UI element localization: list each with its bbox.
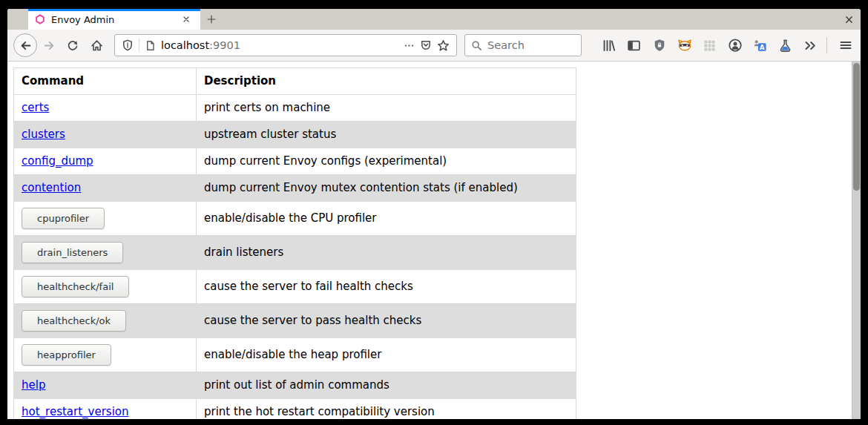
flask-extension-icon[interactable]: [777, 38, 793, 53]
description-cell: drain listeners: [197, 236, 576, 270]
nav-toolbar: localhost:9901 Search: [7, 30, 861, 62]
command-cell: healthcheck/ok: [14, 304, 197, 338]
hamburger-menu-icon: [839, 39, 852, 52]
description-column-header: Description: [197, 68, 576, 95]
envoy-hexagon-icon: [35, 14, 45, 24]
tracking-protection-shield-icon[interactable]: [122, 39, 134, 51]
description-cell: print the hot restart compatibility vers…: [197, 399, 576, 420]
forward-arrow-icon: [43, 39, 56, 52]
command-table-body: certs print certs on machine clusters up…: [14, 95, 576, 420]
description-cell: print certs on machine: [197, 95, 576, 122]
command-link[interactable]: contention: [22, 181, 81, 194]
window-close-button[interactable]: [837, 9, 861, 30]
tab-close-icon[interactable]: [179, 12, 194, 27]
description-cell: cause the server to pass health checks: [197, 304, 576, 338]
translate-extension-icon[interactable]: A: [752, 38, 768, 53]
command-cell: clusters: [14, 122, 197, 148]
sidebar-icon[interactable]: [626, 38, 642, 53]
command-link[interactable]: hot_restart_version: [22, 405, 129, 418]
tab-bar: Envoy Admin: [7, 9, 861, 30]
table-row: cpuprofiler enable/disable the CPU profi…: [14, 202, 576, 236]
command-button[interactable]: heapprofiler: [22, 344, 111, 366]
command-link[interactable]: certs: [22, 101, 49, 114]
bookmark-star-icon[interactable]: [437, 39, 450, 52]
new-tab-button[interactable]: [200, 9, 223, 30]
home-button[interactable]: [85, 33, 108, 57]
description-cell: dump current Envoy configs (experimental…: [197, 148, 576, 175]
url-host: localhost: [161, 39, 209, 51]
scrollbar-thumb[interactable]: [853, 63, 860, 191]
tabbar-spacer: [223, 9, 837, 30]
browser-window: Envoy Admin: [7, 9, 861, 419]
table-row: heapprofiler enable/disable the heap pro…: [14, 338, 576, 372]
url-bar[interactable]: localhost:9901: [114, 34, 457, 56]
search-icon: [471, 40, 482, 51]
command-cell: config_dump: [14, 148, 197, 175]
back-arrow-icon: [19, 39, 32, 52]
proxy-shield-lock-icon[interactable]: [651, 38, 667, 53]
forward-button[interactable]: [37, 33, 61, 57]
tabbar-spacer-left: [7, 9, 28, 30]
svg-text:A: A: [760, 43, 765, 50]
description-cell: enable/disable the heap profiler: [197, 338, 576, 372]
command-cell: healthcheck/fail: [14, 270, 197, 304]
description-cell: upstream cluster status: [197, 122, 576, 148]
admin-command-table: Command Description certs print certs on…: [13, 67, 576, 419]
page-info-icon[interactable]: [145, 40, 156, 51]
grid-extension-icon[interactable]: [702, 38, 717, 53]
urlbar-divider: [139, 39, 139, 52]
command-button[interactable]: drain_listeners: [22, 242, 123, 263]
ellipsis-icon[interactable]: [404, 40, 415, 51]
pocket-icon[interactable]: [420, 39, 432, 51]
table-row: contention dump current Envoy mutex cont…: [14, 175, 576, 202]
menu-button[interactable]: [834, 33, 858, 57]
command-column-header: Command: [14, 68, 197, 95]
table-row: drain_listeners drain listeners: [14, 236, 576, 270]
table-row: hot_restart_version print the hot restar…: [14, 399, 576, 420]
page-content: Command Description certs print certs on…: [7, 62, 861, 419]
toolbar-divider: [826, 37, 827, 53]
fox-extension-icon[interactable]: [677, 38, 692, 53]
description-cell: cause the server to fail health checks: [197, 270, 576, 304]
command-cell: hot_restart_version: [14, 399, 197, 420]
command-link[interactable]: clusters: [22, 128, 65, 141]
table-row: config_dump dump current Envoy configs (…: [14, 148, 576, 175]
command-cell: help: [14, 372, 197, 399]
table-header-row: Command Description: [14, 68, 576, 95]
tab-envoy-admin[interactable]: Envoy Admin: [28, 9, 200, 30]
library-icon[interactable]: [601, 38, 617, 53]
description-cell: enable/disable the CPU profiler: [197, 202, 576, 236]
reload-button[interactable]: [61, 33, 85, 57]
command-cell: certs: [14, 95, 197, 122]
tab-title: Envoy Admin: [51, 14, 173, 25]
reload-icon: [67, 39, 79, 51]
command-button[interactable]: healthcheck/ok: [22, 310, 126, 332]
command-link[interactable]: config_dump: [22, 154, 93, 168]
back-button[interactable]: [13, 33, 37, 57]
command-link[interactable]: help: [22, 378, 45, 392]
table-row: help print out list of admin commands: [14, 372, 576, 399]
vertical-scrollbar[interactable]: [852, 62, 861, 419]
command-button[interactable]: healthcheck/fail: [22, 276, 129, 297]
url-port: :9901: [209, 39, 240, 51]
search-input[interactable]: Search: [464, 34, 582, 56]
search-placeholder: Search: [487, 39, 525, 51]
description-cell: dump current Envoy mutex contention stat…: [197, 175, 576, 202]
close-icon: [844, 15, 854, 24]
command-button[interactable]: cpuprofiler: [22, 208, 105, 229]
url-text[interactable]: localhost:9901: [161, 39, 398, 51]
account-icon[interactable]: [727, 38, 743, 53]
command-cell: drain_listeners: [14, 236, 197, 270]
toolbar-icons: A: [601, 38, 818, 53]
table-row: healthcheck/ok cause the server to pass …: [14, 304, 576, 338]
overflow-chevron-icon[interactable]: [803, 38, 818, 53]
table-row: certs print certs on machine: [14, 95, 576, 122]
command-cell: cpuprofiler: [14, 202, 197, 236]
table-row: clusters upstream cluster status: [14, 122, 576, 148]
command-cell: heapprofiler: [14, 338, 197, 372]
description-cell: print out list of admin commands: [197, 372, 576, 399]
plus-icon: [206, 14, 217, 24]
table-row: healthcheck/fail cause the server to fai…: [14, 270, 576, 304]
command-cell: contention: [14, 175, 197, 202]
home-icon: [91, 39, 103, 52]
